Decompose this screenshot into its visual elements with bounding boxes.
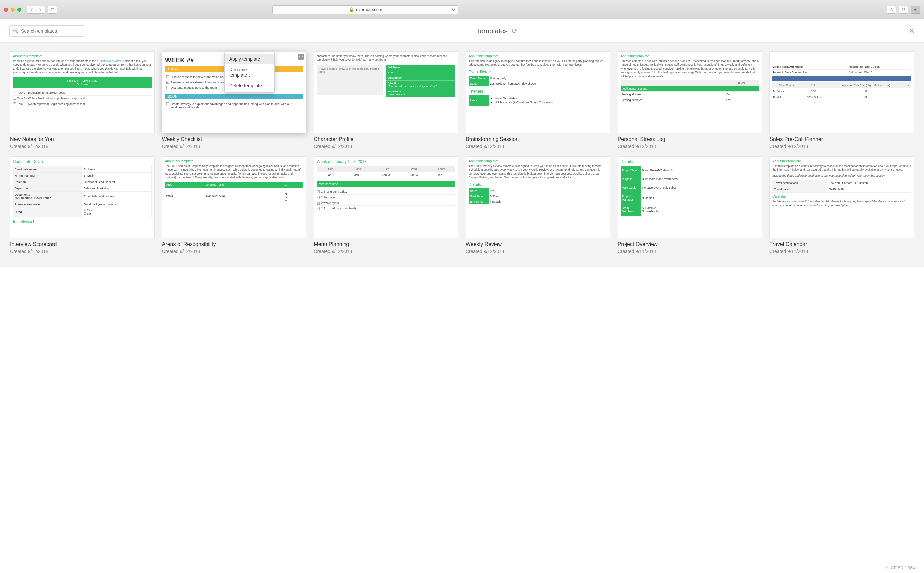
table-row: D. MaluEVP - SalesH [772,94,911,100]
template-date: Created 9/12/2018 [10,249,155,254]
list-item: 1.5 lbs ground turkey [317,189,455,194]
minimize-window-button[interactable] [11,8,15,12]
template-context-menu: Apply template Rename template… Delete t… [224,52,275,92]
template-cell: About this template: Prioritize all your… [10,52,155,149]
template-card-brainstorming[interactable]: About this template: This template is de… [466,52,610,133]
search-field-wrap[interactable]: 🔍 [9,25,85,36]
template-cell: ⋯ WEEK ## TODAY Discuss reasons for new … [162,52,306,149]
template-cell: Week of January 1 - 7, 2018 SunMonTuesWe… [314,157,458,254]
field-row: Occupation: [386,75,455,81]
template-title: Areas of Responsibility [162,241,306,247]
zoom-window-button[interactable] [17,8,21,12]
sidebar-toggle-button[interactable] [48,6,57,14]
about-text: Stress is common in our lives, but it's … [621,59,759,78]
table-row: DepartmentSales and Marketing [13,185,152,191]
checkbox-icon [13,102,16,105]
field-row: Age: [386,70,455,75]
list-item: 1/2 lb. cold cuts (roast beef) [317,205,455,211]
section-heading: Candidate Details [13,159,152,164]
menu-delete-template[interactable]: Delete template… [225,80,275,91]
template-card-menu-planning[interactable]: Week of January 1 - 7, 2018 SunMonTuesWe… [314,157,458,238]
hint-text: Include the dates and travel destination… [772,174,911,178]
template-title: Character Profile [314,136,458,142]
template-card-new-notes[interactable]: About this template: Prioritize all your… [10,52,155,133]
eisenhower-link: Eisenhower Matrix [98,59,121,63]
about-text: characters, the better you know them. Th… [317,55,455,62]
template-card-sales-planner[interactable]: Selling Team Attendees:Margaret (Directo… [769,52,914,133]
template-cell: Details Project TitleBrand Refresh/Relau… [618,157,762,254]
template-card-weekly-review[interactable]: About this template: The GTD® Weekly Rev… [466,157,610,238]
candidate-table: Candidate nameS. Jones Hiring managerB. … [13,166,152,217]
table-row: Candidate nameS. Jones [13,166,152,173]
forward-button[interactable] [36,6,45,14]
table-row: Hired☑ Yes ☐ No [13,208,152,217]
template-title: Personal Stress Log [618,136,762,142]
table-row: PurposeBuild more brand awareness [621,175,759,183]
template-title: Weekly Checklist [162,136,306,142]
template-cell: About this template The GTD® Areas of Re… [162,157,306,254]
template-card-travel-calendar[interactable]: About this template Use this template as… [769,157,914,238]
template-date: Created 9/12/2018 [162,249,306,254]
template-card-character-profile[interactable]: characters, the better you know them. Th… [314,52,458,133]
contacts-table: Client ContactRoleImpact on This Deal (H… [772,82,911,100]
template-cell: About this template: The GTD® Weekly Rev… [466,157,610,254]
meats-heading: Meats/Poultry: [317,181,455,186]
svg-rect-3 [903,8,905,10]
event-table: Event Name:Holiday party Date:Last worki… [469,76,607,86]
close-window-button[interactable] [4,8,8,12]
card-menu-button[interactable]: ⋯ [298,54,304,60]
page-header: 🔍 Templates ⟳ ✕ [0,19,924,43]
checkbox-icon [317,190,320,193]
checkbox-icon [166,75,169,78]
url-host: evernote.com [356,7,382,12]
checkbox-icon [13,91,16,94]
table-row: Jan. 1Jan. 2Jan. 3Jan. 4Jan. 5 [317,172,455,178]
details-heading: Details [621,159,759,164]
template-card-stress-log[interactable]: About this template Stress is common in … [618,52,762,133]
template-card-interview-scorecard[interactable]: Candidate Details Candidate nameS. Jones… [10,157,155,238]
back-button[interactable] [27,6,36,14]
table-row: Date:Last working Thursday/Friday of Dec [469,81,607,86]
table-row: M. JonesCEOH [772,88,911,94]
checkbox-icon [166,102,169,105]
table-row: HealthEveryday YogaPr or or wl [165,188,304,204]
field-row: Situation:How does this character enter … [386,81,455,89]
soon-label: SOON [165,94,304,99]
template-card-areas-responsibility[interactable]: About this template The GTD® Areas of Re… [162,157,306,238]
template-date: Created 9/11/2018 [769,249,914,254]
table-row: PositionDirector of Lead Generat [13,179,152,185]
template-title: Travel Calendar [769,241,914,247]
table-row: Team MembersA. Hamilton G. Washington [621,204,759,216]
table-row: Start Time8:30am [469,194,607,199]
tabs-button[interactable] [899,6,908,14]
close-icon[interactable]: ✕ [909,27,915,35]
task-row: Task 1 - Brainstorm term project ideas [13,90,152,95]
menu-rename-template[interactable]: Rename template… [225,64,275,80]
reload-icon[interactable]: ↻ [452,7,455,12]
table-row: Main GoalsIncrease level of paid subsc [621,183,759,192]
templates-grid: About this template: Prioritize all your… [10,52,914,254]
share-button[interactable] [887,6,896,14]
new-tab-button[interactable]: + [911,6,920,14]
calendar-heading: Calendar [772,194,911,198]
template-date: Created 9/12/2018 [618,144,762,149]
table-row: IdeasWinter WonderlandHoliday movie (A C… [469,95,607,106]
urgent-bar: URGENT + IMPORTANT Do it now [13,77,152,88]
table-row: End Time:intradaily [469,199,607,204]
search-input[interactable] [21,28,81,33]
about-heading: About this template: [469,55,607,58]
task-row: Task 3 - (when approved) Begin breaking … [13,101,152,106]
week-heading: Week of January 1 - 7, 2018 [317,159,455,164]
field-row: Motivation:What does this [386,89,455,97]
refresh-icon[interactable]: ⟳ [512,27,518,35]
svg-rect-2 [902,9,904,11]
about-text: The GTD® Weekly Review template is desig… [469,164,607,180]
checkbox-icon [317,196,320,199]
project-table: Project TitleBrand Refresh/Relaunch Purp… [621,166,759,216]
address-bar[interactable]: 🔒 evernote.com ↻ [272,5,458,14]
areas-table: AreaOngoing TasksG HealthEveryday YogaPr… [165,182,304,204]
template-cell: About this template Stress is common in … [618,52,762,149]
menu-apply-template[interactable]: Apply template [225,54,275,64]
template-title: Menu Planning [314,241,458,247]
template-card-project-overview[interactable]: Details Project TitleBrand Refresh/Relau… [618,157,762,238]
